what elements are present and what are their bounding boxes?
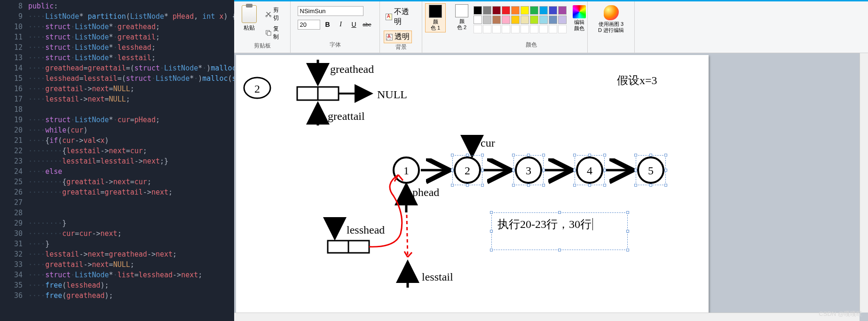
canvas[interactable]: 2 greathead greattail NULL 假设x=3 12345: [236, 55, 709, 316]
svg-text:cur: cur: [481, 137, 495, 149]
palette-swatch[interactable]: [539, 16, 548, 24]
svg-text:假设x=3: 假设x=3: [617, 74, 657, 86]
font-size-select[interactable]: [298, 20, 320, 30]
exec-text: 执行20-23行，30行: [497, 218, 592, 230]
palette-swatch[interactable]: [502, 6, 510, 15]
palette-swatch[interactable]: [492, 25, 501, 33]
palette-swatch[interactable]: [558, 6, 567, 15]
palette-swatch[interactable]: [549, 25, 557, 33]
group-label-colors: 颜色: [526, 41, 537, 51]
step-number: 2: [254, 83, 260, 95]
canvas-viewport: 2 greathead greattail NULL 假设x=3 12345: [234, 53, 868, 321]
group-label-font: 字体: [330, 41, 341, 51]
selection-box[interactable]: [513, 155, 544, 185]
palette-swatch[interactable]: [530, 25, 538, 33]
palette-swatch[interactable]: [483, 25, 491, 33]
selection-box[interactable]: [636, 155, 666, 185]
opaque-label: 不透明: [394, 7, 416, 27]
group-background: A 不透明 A 透明 背景: [380, 1, 422, 53]
palette-swatch[interactable]: [539, 6, 548, 15]
paint3d-label: 使用画图 3 D 进行编辑: [598, 21, 624, 33]
bold-button[interactable]: B: [322, 19, 333, 30]
palette-swatch[interactable]: [521, 6, 529, 15]
palette-swatch[interactable]: [483, 16, 491, 24]
group-palette: 编辑 颜色 颜色: [475, 1, 588, 53]
strike-button[interactable]: abe: [362, 19, 373, 30]
svg-text:lesstail: lesstail: [422, 271, 453, 283]
palette-swatch[interactable]: [549, 16, 557, 24]
watermark: CSDN @嘎嘎旺: [819, 310, 862, 318]
scissors-icon: [265, 11, 272, 17]
palette-swatch[interactable]: [473, 16, 482, 24]
palette-swatch[interactable]: [511, 6, 520, 15]
paste-button[interactable]: 粘贴: [238, 3, 260, 32]
scrollbar-vertical[interactable]: [860, 53, 868, 313]
palette-swatch[interactable]: [492, 16, 501, 24]
transparent-label: 透明: [395, 32, 410, 42]
edit-colors-button[interactable]: 编辑 颜色: [569, 3, 589, 31]
drawing-svg: 2 greathead greattail NULL 假设x=3 12345: [236, 55, 709, 316]
palette-swatch[interactable]: [483, 6, 491, 15]
paste-label: 粘贴: [244, 24, 255, 32]
svg-rect-3: [267, 31, 271, 35]
italic-button[interactable]: I: [335, 19, 347, 30]
paint-window: 粘贴 剪切 复制 剪贴板: [234, 0, 868, 321]
cut-button[interactable]: 剪切: [263, 5, 286, 23]
code-body[interactable]: public:····ListNode* partition(ListNode*…: [28, 0, 234, 321]
selection-box[interactable]: [575, 155, 605, 185]
color2-button[interactable]: 颜 色 2: [449, 1, 475, 53]
palette-swatch[interactable]: [558, 25, 567, 33]
line-gutter: 8910111213141516171819202122232425262728…: [0, 0, 28, 321]
scrollbar-horizontal[interactable]: [234, 313, 860, 321]
opaque-button[interactable]: A 不透明: [384, 6, 418, 28]
svg-text:1: 1: [403, 164, 409, 177]
code-editor: 8910111213141516171819202122232425262728…: [0, 0, 234, 321]
palette-swatch[interactable]: [521, 25, 529, 33]
palette-swatch[interactable]: [511, 25, 520, 33]
paint3d-button[interactable]: 使用画图 3 D 进行编辑: [588, 1, 635, 53]
group-clipboard: 粘贴 剪切 复制 剪贴板: [234, 1, 291, 53]
palette-swatch[interactable]: [539, 25, 548, 33]
copy-label: 复制: [273, 25, 284, 41]
palette-swatch[interactable]: [511, 16, 520, 24]
color-palette: [473, 3, 567, 33]
palette-swatch[interactable]: [521, 16, 529, 24]
copy-button[interactable]: 复制: [263, 24, 286, 42]
exec-textbox[interactable]: 执行20-23行，30行: [491, 212, 628, 250]
group-font: B I U abe 字体: [291, 1, 380, 53]
palette-swatch[interactable]: [473, 25, 482, 33]
palette-swatch[interactable]: [558, 16, 567, 24]
color2-label: 颜 色 2: [457, 18, 466, 31]
ribbon: 粘贴 剪切 复制 剪贴板: [234, 0, 868, 53]
group-label-background: 背景: [395, 43, 407, 53]
transparent-icon: A: [386, 34, 393, 40]
palette-swatch[interactable]: [492, 6, 501, 15]
copy-icon: [265, 30, 272, 36]
color1-button[interactable]: 颜 色 1: [422, 1, 449, 53]
font-name-select[interactable]: [298, 6, 363, 16]
transparent-button[interactable]: A 透明: [384, 31, 412, 43]
svg-text:phead: phead: [412, 186, 439, 198]
svg-text:greattail: greattail: [328, 110, 365, 122]
paint3d-icon: [604, 5, 619, 20]
svg-text:NULL: NULL: [377, 88, 407, 101]
palette-swatch[interactable]: [473, 6, 482, 15]
group-label-clipboard: 剪贴板: [254, 42, 271, 52]
edit-colors-icon: [573, 5, 586, 18]
palette-swatch[interactable]: [530, 16, 538, 24]
edit-colors-label: 编辑 颜色: [574, 19, 584, 31]
palette-swatch[interactable]: [502, 25, 510, 33]
color1-label: 颜 色 1: [431, 19, 440, 31]
palette-swatch[interactable]: [549, 6, 557, 15]
paste-icon: [242, 5, 257, 23]
svg-text:lesshead: lesshead: [347, 224, 385, 236]
opaque-icon: A: [386, 14, 392, 20]
cut-label: 剪切: [273, 6, 284, 22]
underline-button[interactable]: U: [348, 19, 360, 30]
palette-swatch[interactable]: [530, 6, 538, 15]
palette-swatch[interactable]: [502, 16, 510, 24]
selection-box[interactable]: [452, 155, 482, 185]
svg-text:greathead: greathead: [330, 63, 374, 75]
color1-swatch: [429, 5, 442, 18]
color2-swatch: [455, 4, 468, 17]
